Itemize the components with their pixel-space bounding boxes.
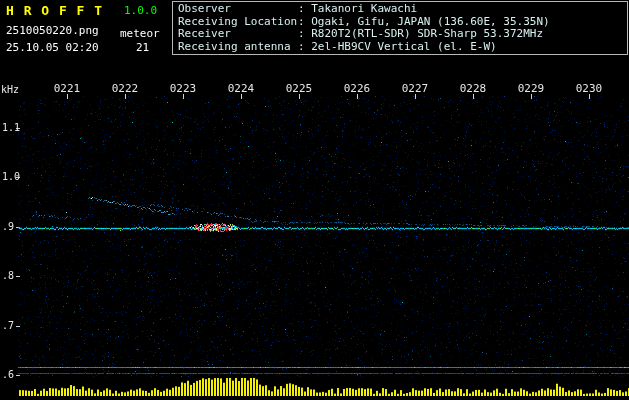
- time-tick-0224: 0224: [227, 82, 255, 95]
- freq-tick-0p6: .6: [2, 369, 14, 380]
- info-row-observer: Observer : Takanori Kawachi: [178, 3, 622, 16]
- info-row-receiver: Receiver : R820T2(RTL-SDR) SDR-Sharp 53.…: [178, 28, 622, 41]
- spectrogram-canvas: [0, 0, 629, 400]
- echo-count: 21: [136, 41, 149, 54]
- freq-tick-0p8: .8: [2, 270, 14, 281]
- app-title: H R O F F T: [6, 3, 103, 18]
- header: H R O F F T 1.0.0 2510050220.png meteor …: [0, 0, 629, 57]
- time-tick-0221: 0221: [53, 82, 81, 95]
- freq-tick-1p1: 1.1: [2, 122, 20, 133]
- time-tick-0228: 0228: [459, 82, 487, 95]
- freq-tick-1p0: 1.0: [2, 171, 20, 182]
- mode-label: meteor: [120, 27, 160, 40]
- info-label: Receiver: [178, 28, 298, 41]
- info-label: Receiving antenna: [178, 41, 298, 54]
- freq-unit-label: kHz: [1, 84, 19, 95]
- time-tick-0226: 0226: [343, 82, 371, 95]
- info-value: : Takanori Kawachi: [298, 3, 622, 16]
- app-version: 1.0.0: [124, 4, 157, 17]
- station-info-box: Observer : Takanori Kawachi Receiving Lo…: [172, 1, 628, 55]
- time-tick-0230: 0230: [575, 82, 603, 95]
- freq-tick-0p9: .9: [2, 221, 14, 232]
- time-tick-0222: 0222: [111, 82, 139, 95]
- time-tick-0227: 0227: [401, 82, 429, 95]
- hrofft-window: H R O F F T 1.0.0 2510050220.png meteor …: [0, 0, 629, 400]
- freq-tick-0p7: .7: [2, 320, 14, 331]
- time-tick-0229: 0229: [517, 82, 545, 95]
- time-tick-0223: 0223: [169, 82, 197, 95]
- output-filename: 2510050220.png: [6, 24, 99, 37]
- info-value: : 2el-HB9CV Vertical (el. E-W): [298, 41, 622, 54]
- info-value: : R820T2(RTL-SDR) SDR-Sharp 53.372MHz: [298, 28, 622, 41]
- info-label: Observer: [178, 3, 298, 16]
- timestamp: 25.10.05 02:20: [6, 41, 99, 54]
- info-row-antenna: Receiving antenna : 2el-HB9CV Vertical (…: [178, 41, 622, 54]
- time-tick-0225: 0225: [285, 82, 313, 95]
